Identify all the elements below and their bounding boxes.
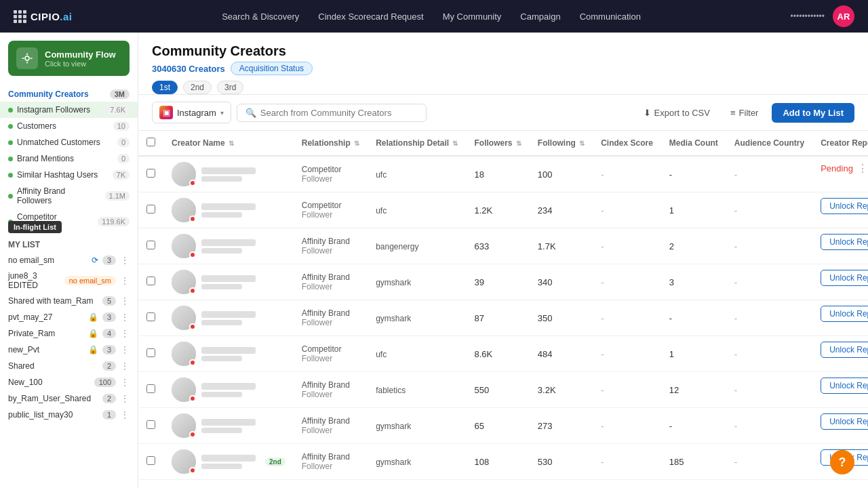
my-list-item-shared[interactable]: Shared2⋮	[0, 358, 138, 374]
more-icon[interactable]: ⋮	[120, 393, 130, 404]
row-checkbox[interactable]	[146, 420, 155, 429]
community-flow-button[interactable]: Community Flow Click to view	[8, 41, 130, 76]
my-list-item-private_ram[interactable]: Private_Ram🔒4⋮	[0, 325, 138, 342]
my-list-item-shared-with-team_ram[interactable]: Shared with team_Ram5⋮	[0, 293, 138, 309]
avatar-status-icon	[189, 359, 196, 366]
sidebar-item-similar-hashtag-users[interactable]: Similar Hashtag Users 7K	[0, 167, 138, 183]
nav-my-community[interactable]: My Community	[443, 12, 502, 22]
filter-3rd[interactable]: 3rd	[217, 81, 243, 94]
more-icon[interactable]: ⋮	[120, 344, 130, 355]
my-list-item-no-email_sm[interactable]: no email_sm⟳3⋮	[0, 252, 138, 268]
page-title: Community Creators	[152, 43, 313, 59]
export-csv-button[interactable]: ⬇ Export to CSV	[637, 104, 717, 121]
row-checkbox[interactable]	[146, 277, 155, 285]
audience-value: -	[734, 385, 737, 395]
sidebar-item-brand-mentions[interactable]: Brand Mentions 0	[0, 150, 138, 167]
filter-2nd[interactable]: 2nd	[183, 81, 212, 94]
relationship-type: Affinity Brand	[302, 272, 359, 282]
sidebar-item-affinity-brand-followers[interactable]: Affinity Brand Followers 1.1M	[0, 183, 138, 209]
creator-handle-placeholder	[201, 392, 242, 397]
row-checkbox[interactable]	[146, 312, 155, 321]
more-icon[interactable]: ⋮	[120, 328, 130, 339]
my-list-item-new_100[interactable]: New_100100⋮	[0, 374, 138, 390]
relationship-subtype: Follower	[302, 426, 359, 435]
search-input[interactable]	[260, 108, 418, 118]
media-count-cell: 1	[661, 336, 726, 372]
nav-cindex[interactable]: Cindex Scorecard Request	[318, 12, 423, 22]
acquisition-status-badge[interactable]: Acquisition Status	[231, 62, 313, 75]
table-row: Competitor Follower ufc 1.2K 234 - 1 - U…	[138, 192, 868, 228]
relationship-cell: Affinity Brand Follower	[294, 300, 368, 336]
media-count-cell: -	[661, 300, 726, 336]
status-dot	[8, 108, 13, 113]
nav-links: Search & Discovery Cindex Scorecard Requ…	[94, 12, 769, 22]
more-icon[interactable]: ⋮	[120, 409, 130, 420]
row-checkbox[interactable]	[146, 348, 155, 357]
filter-1st[interactable]: 1st	[152, 81, 178, 94]
more-icon[interactable]: ⋮	[120, 296, 130, 306]
relationship-detail-cell: ufc	[368, 156, 466, 192]
audience-country-cell: -	[726, 444, 812, 480]
row-checkbox[interactable]	[146, 384, 155, 393]
unlock-report-button[interactable]: Unlock Report	[821, 342, 868, 358]
unlock-report-button[interactable]: Unlock Report	[821, 306, 868, 322]
row-more-button[interactable]: ⋮	[857, 162, 868, 175]
row-checkbox[interactable]	[146, 456, 155, 465]
row-checkbox[interactable]	[146, 205, 155, 214]
creator-count: 3040630 Creators	[152, 64, 225, 74]
creator-handle-placeholder	[201, 320, 242, 325]
add-to-my-list-button[interactable]: Add to My List	[772, 103, 854, 123]
unlock-report-button[interactable]: Unlock Report	[821, 378, 868, 394]
platform-label: Instagram	[177, 108, 216, 118]
more-icon[interactable]: ⋮	[120, 275, 130, 286]
logo-grid-icon	[14, 10, 26, 23]
platform-select[interactable]: ▣ Instagram ▾	[152, 102, 231, 123]
my-list-item-pvt_may_27[interactable]: pvt_may_27🔒3⋮	[0, 309, 138, 325]
sidebar-item-customers[interactable]: Customers 10	[0, 118, 138, 134]
cindex-value: -	[601, 457, 604, 467]
sidebar-item-count: 0	[117, 154, 130, 163]
row-checkbox[interactable]	[146, 241, 155, 249]
my-list-item-public_list_may30[interactable]: public_list_may301⋮	[0, 407, 138, 423]
followers-cell: 65	[466, 408, 529, 444]
more-icon[interactable]: ⋮	[120, 377, 130, 388]
relationship-detail-cell: gymshark	[368, 444, 466, 480]
unlock-report-button[interactable]: Unlock Report	[821, 413, 868, 430]
sidebar-item-instagram-followers[interactable]: Instagram Followers 7.6K	[0, 102, 138, 118]
community-section-label[interactable]: Community Creators	[8, 89, 89, 99]
creator-cell	[172, 378, 285, 402]
cindex-score-cell: -	[593, 372, 661, 408]
creator-cell	[172, 198, 285, 222]
nav-campaign[interactable]: Campaign	[520, 12, 560, 22]
logo[interactable]: CIPIO.ai	[14, 10, 73, 23]
table-header: Creator Name ⇅ Relationship ⇅ Relationsh…	[138, 131, 868, 156]
my-list-item-june8_3-edited[interactable]: june8_3 EDITEDno email_sm⋮	[0, 268, 138, 293]
more-icon[interactable]: ⋮	[120, 255, 130, 266]
audience-country-cell: -	[726, 300, 812, 336]
unlock-report-button[interactable]: Unlock Report	[821, 270, 868, 286]
relationship-cell: Affinity Brand Follower	[294, 264, 368, 300]
select-all-checkbox[interactable]	[146, 138, 155, 146]
media-count-cell: 12	[661, 372, 726, 408]
avatar[interactable]: AR	[833, 5, 854, 27]
search-icon: 🔍	[245, 108, 256, 118]
creator-name-placeholder	[201, 167, 256, 174]
flow-icon	[16, 47, 38, 69]
more-icon[interactable]: ⋮	[120, 361, 130, 371]
sidebar-item-unmatched-customers[interactable]: Unmatched Customers 0	[0, 134, 138, 150]
unlock-report-button[interactable]: Unlock Report	[821, 234, 868, 250]
nav-search-discovery[interactable]: Search & Discovery	[222, 12, 299, 22]
unlock-report-button[interactable]: Unlock Report	[821, 198, 868, 214]
my-list-item-new_pvt[interactable]: new_Pvt🔒3⋮	[0, 342, 138, 358]
row-checkbox[interactable]	[146, 169, 155, 178]
help-button[interactable]: ?	[830, 450, 854, 474]
filter-button[interactable]: ≡ Filter	[724, 104, 765, 121]
more-icon[interactable]: ⋮	[120, 312, 130, 323]
my-list-item-by_ram_user_shared[interactable]: by_Ram_User_Shared2⋮	[0, 390, 138, 407]
sidebar-item-count: 119.6K	[98, 217, 130, 226]
nav-communication[interactable]: Communication	[580, 12, 641, 22]
search-box[interactable]: 🔍	[237, 104, 427, 122]
cindex-value: -	[601, 169, 604, 180]
creator-name-placeholder	[201, 347, 256, 354]
followers-cell: 18	[466, 156, 529, 192]
